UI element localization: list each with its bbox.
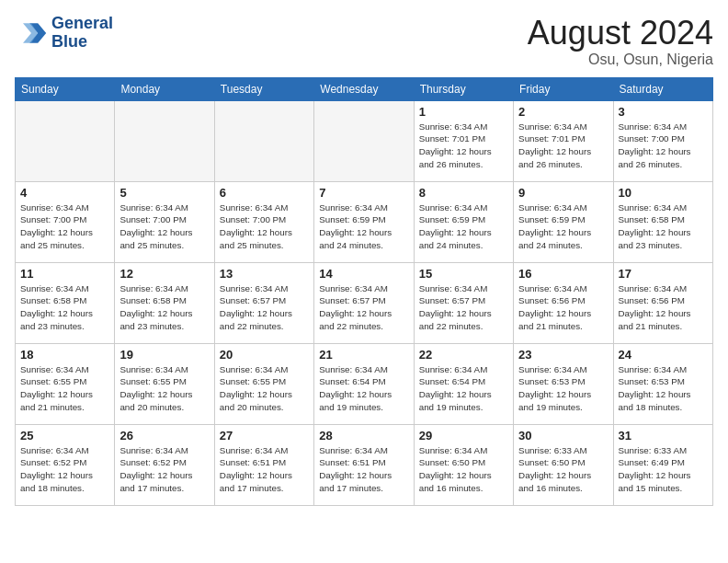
day-info: Sunrise: 6:34 AM Sunset: 6:56 PM Dayligh… — [518, 282, 608, 333]
location: Osu, Osun, Nigeria — [528, 52, 713, 68]
day-info: Sunrise: 6:34 AM Sunset: 6:57 PM Dayligh… — [319, 282, 408, 333]
title-block: August 2024 Osu, Osun, Nigeria — [528, 15, 713, 68]
day-number: 29 — [419, 429, 508, 442]
day-number: 5 — [119, 186, 209, 200]
calendar-cell: 31Sunrise: 6:33 AM Sunset: 6:49 PM Dayli… — [613, 424, 712, 505]
day-number: 18 — [20, 348, 109, 362]
day-info: Sunrise: 6:33 AM Sunset: 6:50 PM Dayligh… — [518, 444, 608, 495]
calendar-cell: 5Sunrise: 6:34 AM Sunset: 7:00 PM Daylig… — [115, 181, 214, 262]
day-info: Sunrise: 6:34 AM Sunset: 7:01 PM Dayligh… — [419, 121, 508, 171]
week-row-1: 1Sunrise: 6:34 AM Sunset: 7:01 PM Daylig… — [16, 100, 713, 181]
calendar-cell: 27Sunrise: 6:34 AM Sunset: 6:51 PM Dayli… — [214, 424, 313, 505]
calendar-cell — [214, 100, 313, 181]
calendar-cell: 1Sunrise: 6:34 AM Sunset: 7:01 PM Daylig… — [414, 100, 513, 181]
calendar-cell — [115, 100, 214, 181]
day-info: Sunrise: 6:34 AM Sunset: 6:57 PM Dayligh… — [419, 282, 508, 333]
calendar-cell: 4Sunrise: 6:34 AM Sunset: 7:00 PM Daylig… — [16, 181, 115, 262]
day-number: 1 — [419, 105, 508, 119]
day-number: 14 — [319, 267, 408, 281]
calendar-cell: 12Sunrise: 6:34 AM Sunset: 6:58 PM Dayli… — [115, 262, 214, 343]
day-number: 20 — [220, 348, 309, 362]
calendar-cell: 21Sunrise: 6:34 AM Sunset: 6:54 PM Dayli… — [314, 343, 414, 424]
day-info: Sunrise: 6:34 AM Sunset: 6:50 PM Dayligh… — [419, 444, 508, 495]
week-row-5: 25Sunrise: 6:34 AM Sunset: 6:52 PM Dayli… — [16, 424, 713, 505]
calendar-cell: 6Sunrise: 6:34 AM Sunset: 7:00 PM Daylig… — [214, 181, 313, 262]
day-number: 19 — [119, 348, 209, 362]
day-number: 26 — [119, 429, 209, 442]
day-number: 2 — [518, 105, 608, 119]
col-header-monday: Monday — [115, 77, 214, 100]
day-info: Sunrise: 6:34 AM Sunset: 6:54 PM Dayligh… — [419, 363, 508, 414]
day-number: 4 — [20, 186, 109, 200]
calendar-cell: 11Sunrise: 6:34 AM Sunset: 6:58 PM Dayli… — [16, 262, 115, 343]
calendar-cell: 25Sunrise: 6:34 AM Sunset: 6:52 PM Dayli… — [16, 424, 115, 505]
calendar-cell: 2Sunrise: 6:34 AM Sunset: 7:01 PM Daylig… — [514, 100, 613, 181]
day-info: Sunrise: 6:34 AM Sunset: 6:57 PM Dayligh… — [220, 282, 309, 333]
day-info: Sunrise: 6:34 AM Sunset: 6:53 PM Dayligh… — [518, 363, 608, 414]
day-info: Sunrise: 6:34 AM Sunset: 6:51 PM Dayligh… — [220, 444, 309, 495]
page-header: General Blue August 2024 Osu, Osun, Nige… — [15, 15, 713, 68]
day-number: 21 — [319, 348, 408, 362]
day-info: Sunrise: 6:34 AM Sunset: 6:52 PM Dayligh… — [20, 444, 109, 495]
day-number: 12 — [119, 267, 209, 281]
day-number: 22 — [419, 348, 508, 362]
logo-text: General Blue — [51, 15, 113, 52]
day-number: 28 — [319, 429, 408, 442]
logo: General Blue — [15, 15, 113, 52]
week-row-3: 11Sunrise: 6:34 AM Sunset: 6:58 PM Dayli… — [16, 262, 713, 343]
day-number: 24 — [619, 348, 708, 362]
calendar-cell: 20Sunrise: 6:34 AM Sunset: 6:55 PM Dayli… — [214, 343, 313, 424]
day-info: Sunrise: 6:34 AM Sunset: 6:59 PM Dayligh… — [419, 201, 508, 252]
day-number: 25 — [20, 429, 109, 442]
calendar-header-row: SundayMondayTuesdayWednesdayThursdayFrid… — [16, 77, 713, 100]
col-header-sunday: Sunday — [16, 77, 115, 100]
day-number: 31 — [619, 429, 708, 442]
calendar-cell: 7Sunrise: 6:34 AM Sunset: 6:59 PM Daylig… — [314, 181, 414, 262]
day-number: 27 — [220, 429, 309, 442]
day-number: 7 — [319, 186, 408, 200]
calendar-cell: 30Sunrise: 6:33 AM Sunset: 6:50 PM Dayli… — [514, 424, 613, 505]
day-info: Sunrise: 6:34 AM Sunset: 6:52 PM Dayligh… — [119, 444, 209, 495]
day-number: 8 — [419, 186, 508, 200]
day-number: 3 — [619, 105, 708, 119]
calendar-cell: 13Sunrise: 6:34 AM Sunset: 6:57 PM Dayli… — [214, 262, 313, 343]
calendar-cell: 18Sunrise: 6:34 AM Sunset: 6:55 PM Dayli… — [16, 343, 115, 424]
day-info: Sunrise: 6:34 AM Sunset: 6:55 PM Dayligh… — [220, 363, 309, 414]
day-number: 10 — [619, 186, 708, 200]
calendar-cell: 8Sunrise: 6:34 AM Sunset: 6:59 PM Daylig… — [414, 181, 513, 262]
day-number: 13 — [220, 267, 309, 281]
day-info: Sunrise: 6:34 AM Sunset: 7:00 PM Dayligh… — [220, 201, 309, 252]
calendar-cell: 19Sunrise: 6:34 AM Sunset: 6:55 PM Dayli… — [115, 343, 214, 424]
day-info: Sunrise: 6:34 AM Sunset: 6:51 PM Dayligh… — [319, 444, 408, 495]
col-header-thursday: Thursday — [414, 77, 513, 100]
month-title: August 2024 — [528, 15, 713, 52]
day-info: Sunrise: 6:34 AM Sunset: 7:00 PM Dayligh… — [119, 201, 209, 252]
calendar-cell: 9Sunrise: 6:34 AM Sunset: 6:59 PM Daylig… — [514, 181, 613, 262]
day-number: 30 — [518, 429, 608, 442]
calendar-cell — [16, 100, 115, 181]
day-info: Sunrise: 6:34 AM Sunset: 7:00 PM Dayligh… — [619, 121, 708, 171]
col-header-friday: Friday — [514, 77, 613, 100]
calendar-cell: 17Sunrise: 6:34 AM Sunset: 6:56 PM Dayli… — [613, 262, 712, 343]
calendar-cell: 24Sunrise: 6:34 AM Sunset: 6:53 PM Dayli… — [613, 343, 712, 424]
day-info: Sunrise: 6:34 AM Sunset: 6:56 PM Dayligh… — [619, 282, 708, 333]
day-info: Sunrise: 6:34 AM Sunset: 6:59 PM Dayligh… — [319, 201, 408, 252]
day-info: Sunrise: 6:33 AM Sunset: 6:49 PM Dayligh… — [619, 444, 708, 495]
calendar-cell: 14Sunrise: 6:34 AM Sunset: 6:57 PM Dayli… — [314, 262, 414, 343]
day-info: Sunrise: 6:34 AM Sunset: 7:01 PM Dayligh… — [518, 121, 608, 171]
logo-icon — [15, 17, 48, 50]
day-info: Sunrise: 6:34 AM Sunset: 6:58 PM Dayligh… — [119, 282, 209, 333]
col-header-wednesday: Wednesday — [314, 77, 414, 100]
day-number: 23 — [518, 348, 608, 362]
day-info: Sunrise: 6:34 AM Sunset: 6:55 PM Dayligh… — [119, 363, 209, 414]
calendar-cell: 28Sunrise: 6:34 AM Sunset: 6:51 PM Dayli… — [314, 424, 414, 505]
calendar-cell: 3Sunrise: 6:34 AM Sunset: 7:00 PM Daylig… — [613, 100, 712, 181]
day-number: 16 — [518, 267, 608, 281]
calendar-cell: 22Sunrise: 6:34 AM Sunset: 6:54 PM Dayli… — [414, 343, 513, 424]
day-info: Sunrise: 6:34 AM Sunset: 7:00 PM Dayligh… — [20, 201, 109, 252]
day-number: 15 — [419, 267, 508, 281]
calendar-cell: 29Sunrise: 6:34 AM Sunset: 6:50 PM Dayli… — [414, 424, 513, 505]
calendar-cell — [314, 100, 414, 181]
calendar-cell: 15Sunrise: 6:34 AM Sunset: 6:57 PM Dayli… — [414, 262, 513, 343]
day-number: 9 — [518, 186, 608, 200]
